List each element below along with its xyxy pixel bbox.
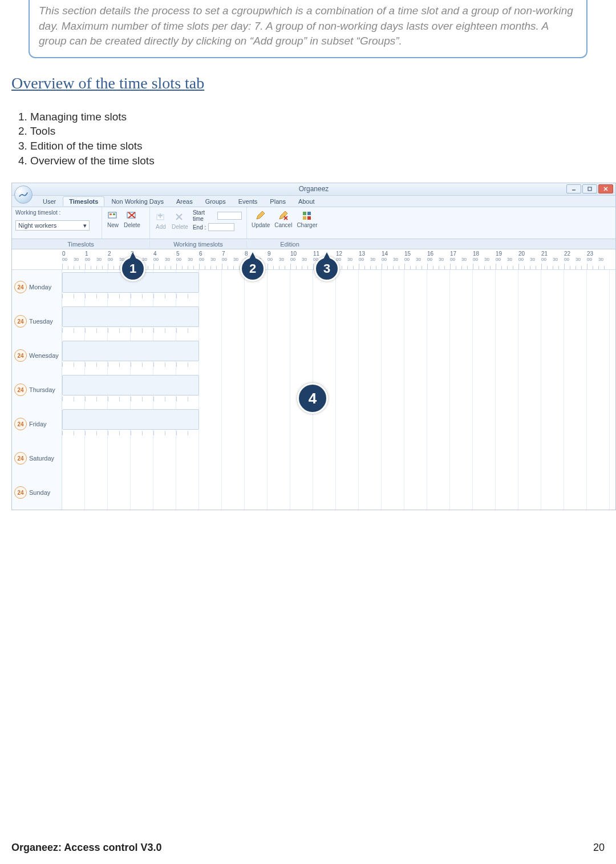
hour-column: 140030 (382, 249, 404, 269)
cancel-label: Cancel (274, 222, 292, 228)
window-buttons (566, 184, 613, 193)
tab-groups[interactable]: Groups (200, 197, 232, 206)
day-cells[interactable] (62, 338, 615, 373)
svg-rect-19 (303, 216, 306, 220)
delete-timeslot-button[interactable]: Delete (124, 209, 140, 228)
add-label: Add (156, 224, 166, 230)
group-label-working: Working timeslots (150, 241, 247, 248)
list-item: 2. Tools (18, 124, 605, 139)
cancel-button[interactable]: Cancel (274, 209, 292, 228)
day-cells[interactable] (62, 407, 615, 441)
day-label: Saturday (29, 455, 54, 462)
app-screenshot: Organeez User Timeslots Non Working Days… (11, 183, 616, 510)
intro-note-text: This section details the process to set … (39, 5, 573, 47)
clock-icon: 24 (14, 452, 27, 465)
tab-timeslots[interactable]: Timeslots (63, 196, 104, 206)
day-cells[interactable] (62, 304, 615, 338)
update-button[interactable]: Update (252, 209, 270, 228)
day-label: Tuesday (29, 318, 53, 325)
charger-button[interactable]: Charger (297, 209, 317, 228)
callout-4: 4 (297, 383, 328, 414)
day-cells[interactable] (62, 441, 615, 475)
minimize-button[interactable] (566, 184, 581, 193)
delete-working-button[interactable]: Delete (172, 211, 188, 230)
day-header: 24Wenesday (12, 338, 62, 373)
footer-doc-title: Organeez: Access control V3.0 (11, 842, 161, 854)
end-time-label: End : (193, 224, 206, 231)
clock-icon: 24 (14, 383, 27, 396)
hour-column: 190030 (496, 249, 518, 269)
svg-rect-20 (307, 216, 311, 220)
delete2-label: Delete (172, 224, 188, 230)
day-row: 24Wenesday (12, 338, 615, 373)
clock-icon: 24 (14, 349, 27, 362)
hour-ruler: 0003010030200303003040030500306003070030… (12, 249, 615, 270)
charger-icon (301, 209, 313, 222)
hour-column: 50030 (176, 249, 199, 269)
day-header: 24Thursday (12, 373, 62, 407)
close-button[interactable] (598, 184, 613, 193)
hour-column: 210030 (541, 249, 564, 269)
end-time-input[interactable] (208, 223, 234, 231)
ribbon-group-edition: Update Cancel Charger (247, 207, 333, 239)
hour-column: 160030 (427, 249, 450, 269)
intro-note: This section details the process to set … (29, 0, 587, 58)
new-button[interactable]: New (107, 209, 119, 228)
tab-areas[interactable]: Areas (171, 197, 198, 206)
tab-user[interactable]: User (37, 197, 62, 206)
add-button[interactable]: Add (155, 211, 167, 230)
ribbon: Working timeslot : Night workers ▾ New D… (12, 207, 615, 239)
timeslot-block[interactable] (62, 409, 199, 430)
update-label: Update (252, 222, 270, 228)
app-title: Organeez (299, 185, 329, 193)
tab-plans[interactable]: Plans (264, 197, 291, 206)
svg-rect-5 (110, 213, 112, 215)
tab-nonworking[interactable]: Non Working Days (106, 197, 169, 206)
pencil-icon (254, 209, 267, 222)
chevron-down-icon: ▾ (83, 222, 87, 229)
timeslot-block[interactable] (62, 341, 199, 361)
hour-column: 60030 (199, 249, 222, 269)
svg-rect-1 (588, 187, 591, 191)
clock-icon: 24 (14, 486, 27, 499)
timeslot-block[interactable] (62, 306, 199, 327)
group-label-timeslots: Timeslots (12, 241, 150, 248)
day-cells[interactable] (62, 373, 615, 407)
ribbon-group-newdelete: New Delete (102, 207, 150, 239)
hour-column: 220030 (564, 249, 587, 269)
new-icon (107, 209, 119, 222)
day-header: 24Sunday (12, 475, 62, 510)
overview-list: 1. Managing time slots 2. Tools 3. Editi… (18, 110, 605, 168)
delete-icon (125, 209, 138, 222)
callout-4-num: 4 (309, 390, 317, 407)
start-time-input[interactable] (217, 212, 242, 220)
day-cells[interactable] (62, 270, 615, 304)
hour-column: 00030 (62, 249, 85, 269)
day-header: 24Monday (12, 270, 62, 304)
working-timeslot-label: Working timeslot : (15, 209, 97, 216)
clock-icon: 24 (14, 281, 27, 293)
svg-rect-17 (303, 212, 306, 215)
hour-column: 10030 (85, 249, 108, 269)
hour-column: 100030 (290, 249, 313, 269)
day-cells[interactable] (62, 475, 615, 510)
timeslot-block[interactable] (62, 375, 199, 395)
ribbon-group-labels: Timeslots Working timeslots Edition (12, 239, 615, 249)
callout-1-num: 1 (129, 261, 136, 276)
hour-column: 150030 (404, 249, 427, 269)
maximize-button[interactable] (582, 184, 597, 193)
list-item: 4. Overview of the time slots (18, 154, 605, 168)
group-label-edition: Edition (247, 241, 333, 248)
tab-about[interactable]: About (293, 197, 321, 206)
day-row: 24Sunday (12, 475, 615, 510)
clock-icon: 24 (14, 418, 27, 430)
hour-column: 180030 (473, 249, 496, 269)
hour-column: 200030 (518, 249, 541, 269)
list-item: 3. Edition of the time slots (18, 139, 605, 154)
titlebar: Organeez (12, 183, 615, 196)
tab-events[interactable]: Events (233, 197, 264, 206)
working-timeslot-dropdown[interactable]: Night workers ▾ (15, 220, 90, 231)
day-label: Sunday (29, 489, 50, 496)
time-fields: Start time End : (193, 209, 242, 231)
day-header: 24Tuesday (12, 304, 62, 338)
